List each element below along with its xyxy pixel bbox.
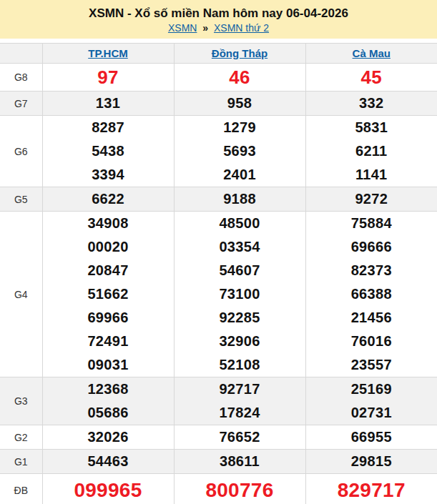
prize-value: 5438 [43, 139, 174, 163]
prize-value: 38611 [175, 450, 305, 473]
prize-value: 9272 [306, 187, 437, 211]
prize-label-g3: G3 [0, 377, 42, 425]
prize-value: 03354 [175, 235, 305, 259]
prize-value: 76652 [175, 425, 305, 449]
prize-value: 69666 [306, 235, 437, 259]
prize-value: 72491 [43, 330, 174, 353]
prize-label-g4: G4 [0, 212, 42, 377]
prize-label-g1: G1 [0, 450, 42, 474]
prize-value: 20847 [43, 259, 174, 282]
results-table: TP.HCMĐồng ThápCà Mau G8974645G713195833… [0, 43, 437, 504]
prize-label-g8: G8 [0, 64, 42, 92]
prize-value: 82373 [306, 259, 437, 282]
breadcrumb-separator: » [202, 22, 208, 34]
column-header-cell: Cà Mau [305, 44, 437, 64]
prize-value-cell: 34908000202084751662699667249109031 [42, 212, 174, 377]
prize-value: 32026 [43, 425, 174, 449]
prize-value-cell: 75884696668237366388214567601623557 [305, 212, 437, 377]
column-header-cell: Đồng Tháp [174, 44, 305, 64]
prize-value: 8287 [43, 116, 174, 139]
table-header-row: TP.HCMĐồng ThápCà Mau [0, 44, 437, 64]
prize-value-cell: 66955 [305, 425, 437, 450]
prize-value-cell: 800776 [174, 474, 305, 504]
prize-row-g4: G434908000202084751662699667249109031485… [0, 212, 437, 377]
prize-value: 25169 [306, 377, 437, 401]
prize-value: 21456 [306, 306, 437, 330]
prize-column-header [0, 44, 42, 64]
prize-value: 32906 [175, 330, 305, 353]
prize-row-g5: G5662291889272 [0, 187, 437, 212]
prize-value: 2401 [175, 163, 305, 187]
prize-value: 66388 [306, 282, 437, 306]
breadcrumb: XSMN » XSMN thứ 2 [3, 22, 434, 34]
prize-value: 45 [306, 64, 437, 91]
prize-label-g7: G7 [0, 92, 42, 116]
prize-value: 829717 [306, 474, 437, 504]
prize-value-cell: 958 [174, 92, 305, 116]
prize-value: 51662 [43, 282, 174, 306]
prize-value: 958 [175, 92, 305, 115]
prize-value: 92285 [175, 306, 305, 330]
prize-value: 1279 [175, 116, 305, 139]
prize-value: 54607 [175, 259, 305, 282]
prize-value-cell: 46 [174, 64, 305, 92]
prize-row-db: ĐB099965800776829717 [0, 474, 437, 504]
breadcrumb-link-xsmn[interactable]: XSMN [168, 22, 197, 34]
prize-value: 48500 [175, 212, 305, 235]
prize-value-cell: 6622 [42, 187, 174, 212]
prize-value-cell: 828754383394 [42, 116, 174, 187]
prize-value: 46 [175, 64, 305, 91]
column-header-link-dong-thap[interactable]: Đồng Tháp [212, 47, 267, 59]
prize-value: 800776 [175, 474, 305, 504]
prize-row-g8: G8974645 [0, 64, 437, 92]
prize-value: 92717 [175, 377, 305, 401]
prize-value-cell: 583162111141 [305, 116, 437, 187]
prize-value: 52108 [175, 353, 305, 377]
prize-label-g5: G5 [0, 187, 42, 212]
prize-label-g2: G2 [0, 425, 42, 450]
prize-value: 69966 [43, 306, 174, 330]
prize-value: 05686 [43, 401, 174, 425]
prize-value-cell: 48500033545460773100922853290652108 [174, 212, 305, 377]
prize-value: 73100 [175, 282, 305, 306]
column-header-link-tp-hcm[interactable]: TP.HCM [88, 47, 128, 59]
prize-value: 75884 [306, 212, 437, 235]
page-title: XSMN - Xổ số miền Nam hôm nay 06-04-2026 [3, 6, 434, 21]
prize-value: 66955 [306, 425, 437, 449]
prize-row-g2: G2320267665266955 [0, 425, 437, 450]
prize-value: 131 [43, 92, 174, 115]
prize-value: 09031 [43, 353, 174, 377]
prize-row-g1: G1544633861129815 [0, 450, 437, 474]
prize-value-cell: 127956932401 [174, 116, 305, 187]
prize-value-cell: 38611 [174, 450, 305, 474]
prize-value-cell: 9271717824 [174, 377, 305, 425]
prize-value-cell: 76652 [174, 425, 305, 450]
prize-value: 5693 [175, 139, 305, 163]
prize-value-cell: 54463 [42, 450, 174, 474]
prize-value: 29815 [306, 450, 437, 473]
prize-value: 6622 [43, 187, 174, 211]
prize-value: 76016 [306, 330, 437, 353]
prize-value: 5831 [306, 116, 437, 139]
prize-value: 12368 [43, 377, 174, 401]
prize-value: 97 [43, 64, 174, 91]
prize-value-cell: 29815 [305, 450, 437, 474]
breadcrumb-link-xsmn-thu-2[interactable]: XSMN thứ 2 [214, 22, 269, 34]
prize-value-cell: 2516902731 [305, 377, 437, 425]
column-header-cell: TP.HCM [42, 44, 174, 64]
column-header-link-ca-mau[interactable]: Cà Mau [353, 47, 391, 59]
prize-value: 02731 [306, 401, 437, 425]
prize-value-cell: 45 [305, 64, 437, 92]
prize-value: 6211 [306, 139, 437, 163]
prize-label-g6: G6 [0, 116, 42, 187]
prize-value: 1141 [306, 163, 437, 187]
prize-value-cell: 829717 [305, 474, 437, 504]
prize-value-cell: 32026 [42, 425, 174, 450]
prize-row-g6: G6828754383394127956932401583162111141 [0, 116, 437, 187]
prize-value: 17824 [175, 401, 305, 425]
prize-value-cell: 1236805686 [42, 377, 174, 425]
prize-value-cell: 332 [305, 92, 437, 116]
header-banner: XSMN - Xổ số miền Nam hôm nay 06-04-2026… [0, 0, 437, 39]
prize-value: 23557 [306, 353, 437, 377]
lottery-results-page: XSMN - Xổ số miền Nam hôm nay 06-04-2026… [0, 0, 437, 504]
